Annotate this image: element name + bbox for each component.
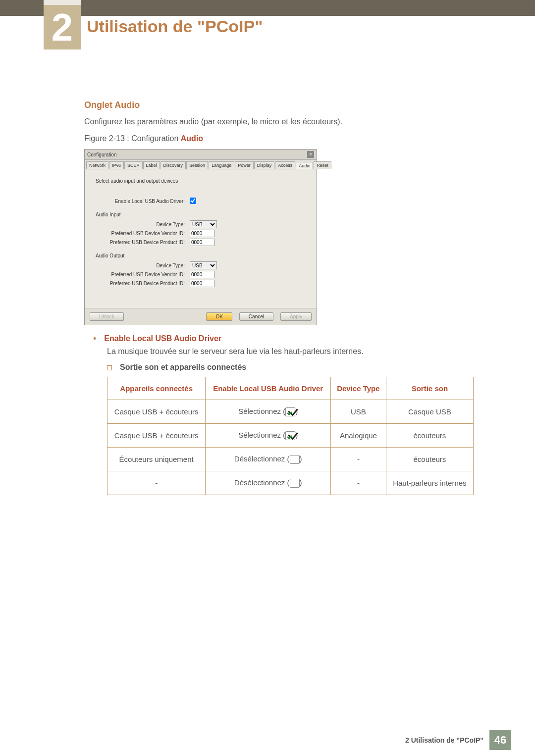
tab-ipv6[interactable]: IPv6	[109, 161, 124, 169]
label-output-product: Preferred USB Device Product ID:	[96, 281, 190, 286]
figure-caption: Figure 2-13 : Configuration Audio	[84, 134, 485, 143]
table-row: Casque USB + écouteursSélectionnez ()USB…	[107, 400, 474, 424]
label-input-device-type: Device Type:	[96, 222, 190, 227]
bullet-title: Enable Local USB Audio Driver	[104, 334, 221, 343]
input-input-vendor[interactable]	[190, 230, 214, 237]
ok-button[interactable]: OK	[206, 312, 232, 321]
tab-language[interactable]: Language	[209, 161, 234, 169]
figure-bold: Audio	[181, 134, 203, 143]
footer-text: 2 Utilisation de "PCoIP"	[405, 736, 483, 744]
cell-type: -	[331, 448, 386, 471]
tab-row: NetworkIPv6SCEPLabelDiscoverySessionLang…	[85, 160, 317, 169]
section-intro: Configurez les paramètres audio (par exe…	[84, 117, 485, 126]
close-icon[interactable]: ×	[307, 151, 314, 158]
table-row: Écouteurs uniquementDésélectionnez ()-éc…	[107, 448, 474, 471]
audio-input-heading: Audio Input	[96, 212, 306, 217]
input-input-product[interactable]	[190, 239, 214, 246]
config-title: Configuration	[87, 152, 116, 157]
cell-driver: Sélectionnez ()	[206, 424, 331, 448]
tab-audio[interactable]: Audio	[296, 162, 313, 169]
th-type: Device Type	[331, 377, 386, 400]
checkbox-unchecked-icon	[290, 479, 300, 488]
checkbox-enable-driver[interactable]	[190, 198, 196, 204]
chapter-number: 2	[44, 5, 81, 50]
bullet-dot-icon: •	[93, 334, 96, 343]
chapter-title: Utilisation de "PCoIP"	[87, 17, 263, 36]
panel-instruction: Select audio input and output devices	[96, 178, 306, 184]
input-output-product[interactable]	[190, 280, 214, 287]
th-output: Sortie son	[386, 377, 473, 400]
label-enable-driver: Enable Local USB Audio Driver:	[96, 199, 190, 204]
cell-type: Analogique	[331, 424, 386, 448]
tab-scep[interactable]: SCEP	[124, 161, 143, 169]
tab-session[interactable]: Session	[186, 161, 208, 169]
audio-output-heading: Audio Output	[96, 253, 306, 258]
table-header-row: Appareils connectés Enable Local USB Aud…	[107, 377, 474, 400]
table-row: Casque USB + écouteursSélectionnez ()Ana…	[107, 424, 474, 448]
cell-devices: Casque USB + écouteurs	[107, 400, 206, 424]
select-output-device-type[interactable]: USB	[190, 261, 217, 269]
cell-driver: Sélectionnez ()	[206, 400, 331, 424]
cell-devices: Casque USB + écouteurs	[107, 424, 206, 448]
cell-output: écouteurs	[386, 448, 473, 471]
cell-devices: -	[107, 471, 206, 495]
page-content: Onglet Audio Configurez les paramètres a…	[84, 100, 485, 495]
tab-label[interactable]: Label	[143, 161, 160, 169]
cell-output: Casque USB	[386, 400, 473, 424]
unlock-button[interactable]: Unlock	[90, 312, 124, 321]
row-enable-driver: Enable Local USB Audio Driver:	[96, 198, 306, 205]
section-heading: Onglet Audio	[84, 100, 485, 110]
cell-driver: Désélectionnez ()	[206, 448, 331, 471]
checkbox-checked-icon	[285, 407, 295, 416]
page-footer: 2 Utilisation de "PCoIP" 46	[405, 730, 511, 750]
th-driver: Enable Local USB Audio Driver	[206, 377, 331, 400]
tab-display[interactable]: Display	[254, 161, 275, 169]
tab-network[interactable]: Network	[86, 161, 108, 169]
config-window: Configuration × NetworkIPv6SCEPLabelDisc…	[84, 149, 317, 325]
sub-bullet: Sortie son et appareils connectés	[107, 363, 485, 372]
tab-reset[interactable]: Reset	[314, 161, 331, 169]
cancel-button[interactable]: Cancel	[239, 312, 273, 321]
square-bullet-icon	[107, 365, 112, 370]
select-input-device-type[interactable]: USB	[190, 220, 217, 228]
cell-type: USB	[331, 400, 386, 424]
tab-power[interactable]: Power	[235, 161, 254, 169]
checkbox-checked-icon	[285, 431, 295, 440]
cell-output: Haut-parleurs internes	[386, 471, 473, 495]
config-panel: Select audio input and output devices En…	[85, 169, 317, 308]
th-devices: Appareils connectés	[107, 377, 206, 400]
tab-access[interactable]: Access	[275, 161, 295, 169]
apply-button[interactable]: Apply	[280, 312, 312, 321]
config-titlebar: Configuration ×	[85, 150, 317, 160]
tab-discovery[interactable]: Discovery	[160, 161, 186, 169]
chapter-header: 2 Utilisation de "PCoIP"	[44, 5, 263, 50]
label-output-device-type: Device Type:	[96, 263, 190, 268]
sub-bullet-title: Sortie son et appareils connectés	[120, 363, 246, 372]
page-number: 46	[489, 730, 511, 750]
table-row: -Désélectionnez ()-Haut-parleurs interne…	[107, 471, 474, 495]
cell-devices: Écouteurs uniquement	[107, 448, 206, 471]
bullet-description: La musique trouvée sur le serveur sera l…	[107, 347, 485, 356]
label-output-vendor: Preferred USB Device Vendor ID:	[96, 272, 190, 277]
figure-prefix: Figure 2-13 : Configuration	[84, 134, 181, 143]
device-table: Appareils connectés Enable Local USB Aud…	[107, 377, 474, 495]
cell-driver: Désélectionnez ()	[206, 471, 331, 495]
button-bar: Unlock OK Cancel Apply	[85, 308, 317, 325]
checkbox-unchecked-icon	[290, 455, 300, 464]
label-input-vendor: Preferred USB Device Vendor ID:	[96, 231, 190, 236]
bullet-enable-driver: • Enable Local USB Audio Driver	[93, 334, 485, 343]
cell-type: -	[331, 471, 386, 495]
input-output-vendor[interactable]	[190, 271, 214, 278]
cell-output: écouteurs	[386, 424, 473, 448]
label-input-product: Preferred USB Device Product ID:	[96, 240, 190, 245]
